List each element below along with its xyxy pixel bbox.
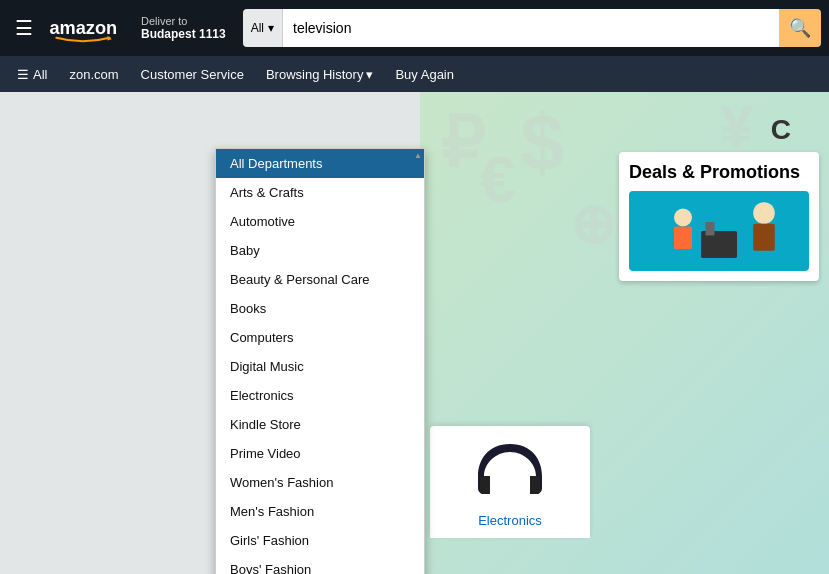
deliver-to-label: Deliver to (141, 15, 226, 27)
dropdown-item-automotive[interactable]: Automotive (216, 207, 424, 236)
main-content: ₽ $ € ⊕ ₽ ¥ C in y Deals & Promotions (0, 92, 829, 574)
location-selector[interactable]: Deliver to Budapest 1113 (132, 14, 235, 42)
dropdown-item-prime-video[interactable]: Prime Video (216, 439, 424, 468)
dropdown-item-label: Men's Fashion (230, 504, 314, 519)
search-category-dropdown[interactable]: All ▾ (243, 9, 283, 47)
dropdown-item-baby[interactable]: Baby (216, 236, 424, 265)
dropdown-item-books[interactable]: Books (216, 294, 424, 323)
dropdown-item-label: Boys' Fashion (230, 562, 311, 574)
nav-browsing-history[interactable]: Browsing History ▾ (257, 56, 383, 92)
location-city: Budapest 1113 (141, 27, 226, 41)
dropdown-item-beauty[interactable]: Beauty & Personal Care (216, 265, 424, 294)
search-category-label: All (251, 21, 264, 35)
svg-rect-6 (674, 227, 692, 250)
dropdown-item-girls-fashion[interactable]: Girls' Fashion (216, 526, 424, 555)
svg-rect-8 (706, 222, 715, 236)
dropdown-item-arts-crafts[interactable]: Arts & Crafts (216, 178, 424, 207)
svg-rect-9 (480, 476, 490, 494)
dropdown-item-computers[interactable]: Computers (216, 323, 424, 352)
hamburger-menu-button[interactable]: ☰ (8, 11, 40, 45)
amazon-logo[interactable]: amazon (48, 13, 118, 43)
nav-browsing-history-label: Browsing History (266, 67, 364, 82)
dropdown-item-womens-fashion[interactable]: Women's Fashion (216, 468, 424, 497)
search-button[interactable]: 🔍 (779, 9, 821, 47)
nav-buy-again-label: Buy Again (395, 67, 454, 82)
search-icon: 🔍 (789, 17, 811, 39)
svg-point-3 (753, 202, 775, 224)
hamburger-icon: ☰ (15, 17, 33, 39)
nav-customer-service-label: Customer Service (141, 67, 244, 82)
svg-rect-10 (530, 476, 540, 494)
search-category-dropdown-menu: ▲ All Departments Arts & Crafts Automoti… (215, 148, 425, 574)
dropdown-item-kindle-store[interactable]: Kindle Store (216, 410, 424, 439)
dropdown-item-label: Arts & Crafts (230, 185, 304, 200)
svg-text:amazon: amazon (49, 18, 117, 38)
nav-amazon-com-label: zon.com (69, 67, 118, 82)
svg-rect-4 (753, 224, 775, 251)
dropdown-item-label: Beauty & Personal Care (230, 272, 369, 287)
nav-all-button[interactable]: ☰ All (8, 56, 56, 92)
dropdown-item-label: Kindle Store (230, 417, 301, 432)
dropdown-item-electronics[interactable]: Electronics (216, 381, 424, 410)
chevron-down-icon: ▾ (268, 21, 274, 35)
dropdown-item-label: Electronics (230, 388, 294, 403)
top-navbar: ☰ amazon Deliver to Budapest 1113 All ▾ … (0, 0, 829, 56)
nav-buy-again[interactable]: Buy Again (386, 56, 463, 92)
dropdown-item-label: All Departments (230, 156, 322, 171)
banner-line1: C (771, 112, 819, 148)
dropdown-item-label: Prime Video (230, 446, 301, 461)
dropdown-item-digital-music[interactable]: Digital Music (216, 352, 424, 381)
browsing-history-chevron-icon: ▾ (366, 67, 373, 82)
svg-point-5 (674, 209, 692, 227)
deals-image[interactable] (629, 191, 809, 271)
search-bar: All ▾ 🔍 (243, 9, 821, 47)
nav-amazon-com[interactable]: zon.com (60, 56, 127, 92)
dropdown-item-label: Girls' Fashion (230, 533, 309, 548)
dropdown-item-boys-fashion[interactable]: Boys' Fashion (216, 555, 424, 574)
dropdown-item-label: Digital Music (230, 359, 304, 374)
secondary-navbar: ☰ All zon.com Customer Service Browsing … (0, 56, 829, 92)
dropdown-item-label: Automotive (230, 214, 295, 229)
nav-all-label: All (33, 67, 47, 82)
dropdown-item-mens-fashion[interactable]: Men's Fashion (216, 497, 424, 526)
electronics-product-card[interactable]: Electronics (430, 426, 590, 538)
dropdown-item-label: Women's Fashion (230, 475, 333, 490)
deals-illustration (629, 191, 809, 271)
nav-customer-service[interactable]: Customer Service (132, 56, 253, 92)
hamburger-small-icon: ☰ (17, 67, 29, 82)
dropdown-item-all-departments[interactable]: All Departments (216, 149, 424, 178)
headphone-image (470, 436, 550, 506)
search-input[interactable] (283, 9, 779, 47)
deals-promotions-panel: Deals & Promotions (619, 152, 819, 281)
dropdown-item-label: Baby (230, 243, 260, 258)
electronics-label: Electronics (440, 513, 580, 528)
amazon-logo-svg: amazon (48, 13, 118, 43)
deals-title: Deals & Promotions (629, 162, 809, 183)
scroll-up-indicator: ▲ (414, 151, 422, 159)
dropdown-item-label: Books (230, 301, 266, 316)
dropdown-item-label: Computers (230, 330, 294, 345)
